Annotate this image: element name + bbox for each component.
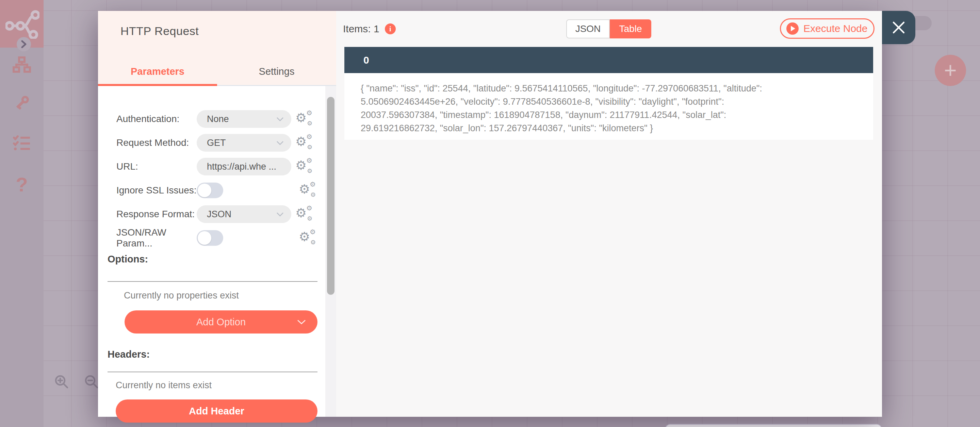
field-settings-icon[interactable]: ⚙⚙⚙	[295, 133, 315, 152]
zoom-in-icon[interactable]	[54, 374, 69, 391]
active-tab-underline	[98, 84, 217, 86]
select-value: GET	[207, 138, 276, 148]
field-label: Response Format:	[116, 209, 197, 220]
options-divider	[108, 281, 318, 282]
headers-divider	[108, 371, 318, 372]
items-count: Items: 1	[343, 23, 379, 35]
table-column-header: 0	[344, 47, 873, 73]
executions-list-icon[interactable]	[0, 135, 43, 151]
param-row-response-format: Response Format: JSON ⚙⚙⚙	[98, 202, 336, 226]
add-node-button[interactable]: +	[935, 55, 966, 86]
field-settings-icon[interactable]: ⚙⚙⚙	[295, 157, 315, 176]
field-settings-icon[interactable]: ⚙⚙⚙	[299, 229, 318, 248]
options-heading: Options:	[108, 254, 148, 265]
headers-heading: Headers:	[108, 349, 150, 360]
select-value: None	[207, 114, 276, 124]
param-row-json-raw: JSON/RAW Param... ⚙⚙⚙	[98, 226, 336, 250]
field-label: Authentication:	[116, 114, 197, 124]
param-row-authentication: Authentication: None ⚙⚙⚙	[98, 107, 336, 131]
parameter-rows: Authentication: None ⚙⚙⚙ Request Method:…	[98, 96, 336, 250]
field-label: URL:	[116, 161, 197, 172]
field-label: JSON/RAW Param...	[116, 227, 197, 249]
chevron-down-icon	[297, 319, 306, 325]
node-detail-modal: HTTP Request Parameters Settings Authent…	[98, 11, 882, 417]
options-empty-text: Currently no properties exist	[124, 290, 239, 301]
n8n-editor: ? +	[0, 0, 980, 427]
toggle-knob	[198, 231, 211, 245]
help-icon[interactable]: ?	[0, 175, 43, 194]
input-value: https://api.whe ...	[207, 162, 284, 172]
add-option-button[interactable]: Add Option	[124, 310, 318, 333]
credentials-key-icon[interactable]	[0, 95, 43, 111]
param-row-request-method: Request Method: GET ⚙⚙⚙	[98, 131, 336, 155]
add-option-label: Add Option	[196, 316, 246, 328]
close-icon	[891, 21, 906, 35]
results-header: Items: 1 i JSON Table Execute Node	[336, 11, 882, 47]
row-json-text: { "name": "iss", "id": 25544, "latitude"…	[361, 82, 797, 135]
tab-settings[interactable]: Settings	[217, 58, 336, 85]
view-toggle: JSON Table	[566, 19, 651, 38]
column-header-label: 0	[363, 54, 369, 66]
toggle-knob	[198, 184, 211, 197]
ignore-ssl-toggle[interactable]	[197, 183, 223, 198]
table-row[interactable]: { "name": "iss", "id": 25544, "latitude"…	[344, 73, 873, 140]
response-format-select[interactable]: JSON	[197, 205, 291, 223]
field-settings-icon[interactable]: ⚙⚙⚙	[295, 110, 315, 129]
execute-node-label: Execute Node	[803, 23, 867, 34]
chevron-down-icon	[276, 212, 284, 217]
panel-scrollbar-thumb[interactable]	[327, 97, 334, 295]
plus-icon: +	[944, 61, 956, 80]
param-row-url: URL: https://api.whe ... ⚙⚙⚙	[98, 155, 336, 178]
view-toggle-table[interactable]: Table	[610, 19, 651, 38]
field-settings-icon[interactable]: ⚙⚙⚙	[299, 181, 318, 200]
node-title: HTTP Request	[121, 24, 199, 38]
sidebar-expand-chevron-icon[interactable]	[17, 37, 31, 51]
field-label: Ignore SSL Issues:	[116, 185, 197, 196]
param-row-ignore-ssl: Ignore SSL Issues: ⚙⚙⚙	[98, 178, 336, 202]
info-icon[interactable]: i	[385, 24, 396, 34]
tab-parameters[interactable]: Parameters	[98, 58, 217, 85]
parameters-panel: HTTP Request Parameters Settings Authent…	[98, 11, 336, 417]
field-label: Request Method:	[116, 137, 197, 148]
select-value: JSON	[207, 209, 276, 220]
request-method-select[interactable]: GET	[197, 134, 291, 152]
close-button[interactable]	[882, 11, 915, 44]
workflows-icon[interactable]	[0, 56, 43, 73]
chevron-down-icon	[276, 141, 284, 145]
url-input[interactable]: https://api.whe ...	[197, 158, 291, 175]
zoom-out-icon[interactable]	[84, 374, 99, 391]
execute-node-button[interactable]: Execute Node	[780, 18, 875, 39]
headers-empty-text: Currently no items exist	[116, 380, 212, 390]
add-header-button[interactable]: Add Header	[116, 400, 318, 422]
authentication-select[interactable]: None	[197, 110, 291, 128]
play-icon	[786, 22, 799, 35]
json-raw-parameters-toggle[interactable]	[197, 230, 223, 246]
add-header-label: Add Header	[189, 406, 244, 417]
chevron-down-icon	[276, 117, 284, 121]
view-toggle-json[interactable]: JSON	[566, 19, 610, 38]
sidebar: ?	[0, 0, 43, 427]
panel-tabs: Parameters Settings	[98, 58, 336, 85]
panel-header: HTTP Request Parameters Settings	[98, 11, 336, 86]
results-panel: Items: 1 i JSON Table Execute Node 0 { "…	[336, 11, 882, 417]
background-tooltip-edge	[665, 424, 882, 427]
field-settings-icon[interactable]: ⚙⚙⚙	[295, 205, 315, 224]
